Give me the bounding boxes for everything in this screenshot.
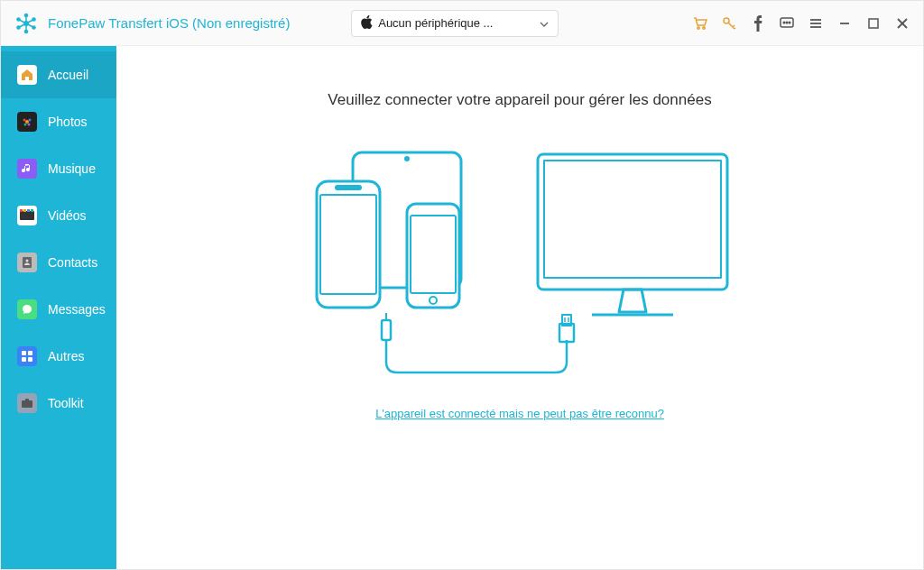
svg-rect-47 xyxy=(317,181,380,308)
svg-point-27 xyxy=(25,120,29,124)
sidebar-item-label: Contacts xyxy=(48,255,97,270)
svg-point-30 xyxy=(24,124,27,126)
device-selector-label: Aucun périphérique ... xyxy=(378,16,540,30)
svg-rect-32 xyxy=(20,211,34,220)
key-icon[interactable] xyxy=(721,15,737,32)
svg-rect-50 xyxy=(407,204,459,308)
chevron-down-icon xyxy=(540,17,549,30)
svg-rect-35 xyxy=(27,209,30,212)
svg-rect-49 xyxy=(335,185,362,190)
svg-rect-40 xyxy=(28,351,32,355)
sidebar-item-label: Autres xyxy=(48,349,84,363)
svg-rect-53 xyxy=(538,154,727,290)
connect-illustration xyxy=(303,145,736,380)
svg-rect-42 xyxy=(28,357,32,362)
minimize-icon[interactable] xyxy=(836,15,853,32)
sidebar-item-label: Accueil xyxy=(48,68,88,82)
svg-rect-33 xyxy=(20,209,23,212)
svg-point-14 xyxy=(703,26,705,28)
sidebar-item-messages[interactable]: Messages xyxy=(1,286,116,333)
sidebar-item-label: Toolkit xyxy=(48,396,84,410)
feedback-icon[interactable] xyxy=(779,15,795,32)
svg-rect-36 xyxy=(31,209,33,212)
messages-icon xyxy=(17,299,37,319)
close-icon[interactable] xyxy=(894,15,910,32)
toolbar-icons xyxy=(692,15,910,32)
app-title: FonePaw Transfert iOS (Non enregistré) xyxy=(48,15,290,31)
sidebar: Accueil Photos Musique Vidéos xyxy=(1,46,116,569)
svg-point-18 xyxy=(786,22,788,23)
facebook-icon[interactable] xyxy=(750,15,766,32)
contacts-icon xyxy=(17,253,37,272)
svg-rect-24 xyxy=(869,19,878,28)
svg-rect-54 xyxy=(544,161,721,278)
sidebar-item-accueil[interactable]: Accueil xyxy=(1,51,116,98)
device-not-recognized-link[interactable]: L'appareil est connecté mais ne peut pas… xyxy=(375,407,664,420)
svg-rect-56 xyxy=(382,320,391,340)
svg-point-38 xyxy=(26,260,29,262)
menu-icon[interactable] xyxy=(808,15,824,32)
toolkit-icon xyxy=(17,393,37,413)
sidebar-item-label: Musique xyxy=(48,161,96,176)
main-content: Veuillez connecter votre appareil pour g… xyxy=(116,46,923,569)
body: Accueil Photos Musique Vidéos xyxy=(1,46,923,569)
svg-point-31 xyxy=(28,124,31,126)
sidebar-item-photos[interactable]: Photos xyxy=(1,98,116,145)
svg-rect-34 xyxy=(23,209,26,212)
svg-point-13 xyxy=(698,26,699,28)
music-icon xyxy=(17,159,37,179)
svg-point-17 xyxy=(783,22,785,23)
apple-icon xyxy=(361,15,373,32)
sidebar-item-musique[interactable]: Musique xyxy=(1,145,116,192)
sidebar-item-label: Vidéos xyxy=(48,208,87,223)
sidebar-item-autres[interactable]: Autres xyxy=(1,333,116,380)
svg-point-19 xyxy=(789,22,790,23)
svg-rect-44 xyxy=(25,399,29,401)
others-icon xyxy=(17,346,37,366)
sidebar-item-label: Messages xyxy=(48,302,106,317)
app-logo-icon xyxy=(14,11,39,36)
cart-icon[interactable] xyxy=(692,15,708,32)
sidebar-item-label: Photos xyxy=(48,115,88,129)
svg-point-28 xyxy=(23,119,26,122)
svg-rect-41 xyxy=(22,357,26,362)
svg-point-29 xyxy=(29,119,32,122)
maximize-icon[interactable] xyxy=(865,15,882,32)
device-selector[interactable]: Aucun périphérique ... xyxy=(351,10,559,37)
videos-icon xyxy=(17,206,37,225)
sidebar-item-contacts[interactable]: Contacts xyxy=(1,239,116,286)
home-icon xyxy=(17,65,37,85)
svg-rect-43 xyxy=(22,400,32,408)
svg-point-46 xyxy=(406,158,409,161)
titlebar: FonePaw Transfert iOS (Non enregistré) A… xyxy=(1,1,923,46)
photos-icon xyxy=(17,112,37,132)
svg-rect-37 xyxy=(23,257,32,268)
sidebar-item-videos[interactable]: Vidéos xyxy=(1,192,116,239)
sidebar-item-toolkit[interactable]: Toolkit xyxy=(1,380,116,427)
svg-rect-39 xyxy=(22,351,26,355)
app-window: FonePaw Transfert iOS (Non enregistré) A… xyxy=(0,0,924,570)
connect-instruction: Veuillez connecter votre appareil pour g… xyxy=(328,91,711,109)
